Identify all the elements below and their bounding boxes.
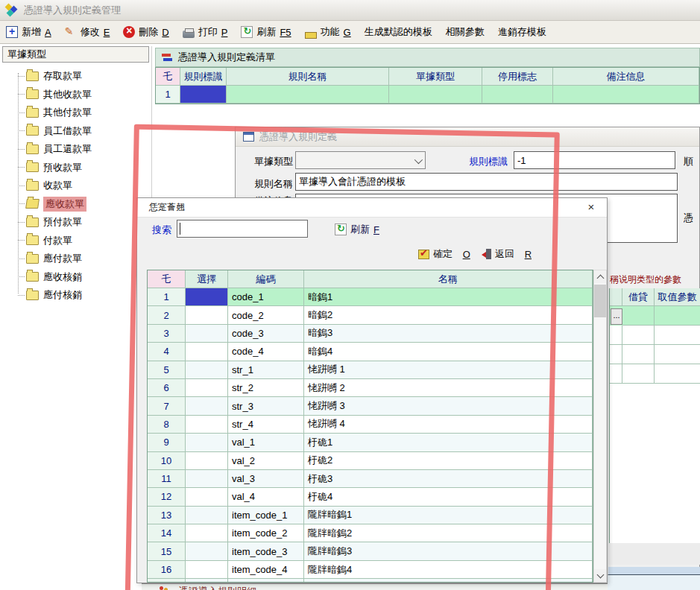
back-button[interactable]: 返回 R	[486, 247, 532, 261]
select-cell[interactable]	[186, 288, 228, 306]
tree-item[interactable]: 其他收款單	[4, 86, 146, 104]
folder-icon	[26, 126, 39, 136]
reference-table-row[interactable]: 15item_code_3隴牉暗鎢3	[148, 542, 593, 560]
select-cell[interactable]	[186, 306, 228, 324]
function-button[interactable]: 功能G	[305, 25, 351, 39]
name-cell: 暗鎢3	[304, 325, 593, 343]
reference-table-row[interactable]: 12val_4杅硊4	[148, 488, 593, 506]
tree-item[interactable]: 收款單	[4, 177, 146, 195]
add-button[interactable]: 新增A	[6, 25, 51, 39]
reference-table-row[interactable]: 3code_3暗鎢3	[148, 325, 593, 343]
select-cell[interactable]	[186, 325, 228, 343]
scrollbar-thumb[interactable]	[594, 285, 606, 317]
col-disable-flag: 停用標志	[482, 68, 553, 86]
generate-default-template-button[interactable]: 生成默認的模板	[365, 25, 432, 39]
tree-item[interactable]: 應收核銷	[4, 268, 146, 287]
scroll-down-button[interactable]	[594, 569, 606, 582]
rule-id-field[interactable]	[514, 151, 675, 169]
delete-button[interactable]: 刪除D	[123, 25, 168, 39]
tree-connector	[18, 112, 25, 113]
ellipsis-button[interactable]: ...	[611, 308, 622, 325]
tree-item[interactable]: 預付款單	[4, 213, 146, 232]
scroll-up-button[interactable]	[594, 270, 606, 283]
select-cell[interactable]	[186, 397, 228, 415]
select-cell[interactable]	[186, 542, 228, 560]
select-cell[interactable]	[186, 488, 228, 506]
select-cell[interactable]	[186, 343, 228, 361]
tree-item[interactable]: 應付核銷	[4, 286, 146, 305]
reference-table-row[interactable]: 16item_code_4隴牉暗鎢4	[148, 561, 593, 579]
reference-table-row[interactable]: 5str_1恅跰嚩 1	[148, 361, 593, 379]
col-rule-name: 規則名稱	[227, 68, 389, 86]
doc-type-combobox[interactable]	[295, 151, 426, 169]
tree-item[interactable]: 應付款單	[4, 250, 146, 268]
reference-table-row[interactable]: 8str_4恅跰嚩 4	[148, 416, 593, 434]
select-cell[interactable]	[186, 524, 228, 542]
reference-table-row[interactable]: 7str_3恅跰嚩 3	[148, 397, 593, 415]
row-number-cell: 5	[148, 361, 186, 379]
param-note-text: 稱说明类型的參數	[610, 273, 700, 286]
tree-item-label: 應付款單	[43, 252, 82, 265]
ok-button[interactable]: 確定 O	[418, 247, 470, 261]
chevron-up-icon	[597, 275, 605, 282]
tree-item[interactable]: 付款單	[4, 232, 146, 250]
tree-item[interactable]: 員工借款單	[4, 122, 146, 141]
param-grid-row[interactable]: ...	[610, 306, 700, 326]
row-number-cell: 10	[148, 452, 186, 470]
select-cell[interactable]	[186, 579, 228, 583]
tree-item[interactable]: 員工還款單	[4, 140, 146, 159]
check-icon	[418, 250, 429, 259]
vertical-scrollbar[interactable]	[593, 270, 607, 583]
select-cell[interactable]	[186, 379, 228, 397]
related-params-button[interactable]: 相關參數	[446, 25, 485, 39]
name-cell: 恅跰嚩 3	[304, 397, 593, 415]
delete-icon	[123, 26, 135, 38]
name-cell: 隴牉暗鎢4	[304, 561, 593, 579]
reference-table-row[interactable]: 2code_2暗鎢2	[148, 306, 593, 324]
param-grid-row[interactable]	[610, 326, 700, 345]
col-doc-type: 單據類型	[389, 68, 482, 86]
add-icon	[6, 26, 18, 38]
reference-table-row[interactable]: 17item_str_1隴牉恅跰嚩 1	[148, 579, 593, 583]
chevron-down-icon	[597, 571, 605, 579]
select-cell[interactable]	[186, 434, 228, 451]
select-cell[interactable]	[186, 561, 228, 579]
select-cell[interactable]	[186, 507, 228, 524]
inventory-template-button[interactable]: 進銷存模板	[498, 25, 546, 39]
tree-item[interactable]: 應收款單	[4, 195, 146, 214]
refresh-list-button[interactable]: 刷新F	[335, 223, 379, 236]
rule-name-field[interactable]	[295, 173, 678, 191]
reference-table-row[interactable]: 11val_3杅硊3	[148, 470, 593, 488]
window-title: 憑證導入規則定義管理	[24, 4, 121, 17]
reference-table-row[interactable]: 9val_1杅硊1	[148, 434, 593, 451]
edit-button[interactable]: 修改E	[65, 25, 110, 39]
select-cell[interactable]	[186, 361, 228, 379]
param-grid-row[interactable]	[610, 345, 700, 364]
tree-item-label: 員工借款單	[43, 124, 92, 138]
print-button[interactable]: 打印P	[183, 25, 228, 39]
select-cell[interactable]	[186, 470, 228, 488]
reference-table-row[interactable]: 13item_code_1隴牉暗鎢1	[148, 507, 593, 524]
refresh-button[interactable]: 刷新F5	[241, 25, 291, 39]
reference-table-row[interactable]: 4code_4暗鎢4	[148, 343, 593, 361]
reference-table-row[interactable]: 10val_2杅硊2	[148, 452, 593, 470]
close-icon[interactable]: ×	[584, 200, 598, 214]
select-cell[interactable]	[186, 452, 228, 470]
reference-table-header: 乇 選擇 編碼 名稱	[148, 270, 593, 288]
reference-table-row[interactable]: 1code_1暗鎢1	[148, 288, 593, 306]
tree-item[interactable]: 存取款單	[4, 67, 146, 86]
name-cell: 杅硊4	[304, 488, 593, 506]
rule-list-header: 乇 規則標識 規則名稱 單據類型 停用標志 備注信息	[156, 68, 699, 86]
param-grid-row[interactable]	[610, 364, 700, 384]
row-number-cell: 13	[148, 507, 186, 524]
reference-table-row[interactable]: 14item_code_2隴牉暗鎢2	[148, 524, 593, 542]
rule-list-row[interactable]: 1	[156, 86, 699, 104]
tree-item[interactable]: 預收款單	[4, 159, 146, 177]
name-cell: 暗鎢1	[304, 288, 593, 306]
tree-item[interactable]: 其他付款單	[4, 104, 146, 122]
reference-table-row[interactable]: 6str_2恅跰嚩 2	[148, 379, 593, 397]
select-cell[interactable]	[186, 416, 228, 434]
search-input[interactable]	[177, 220, 308, 238]
selected-cell[interactable]	[180, 86, 227, 104]
screen: 憑證導入規則定義管理 新增A 修改E 刪除D 打印P 刷新F5 功能G 生成默認…	[0, 0, 700, 590]
